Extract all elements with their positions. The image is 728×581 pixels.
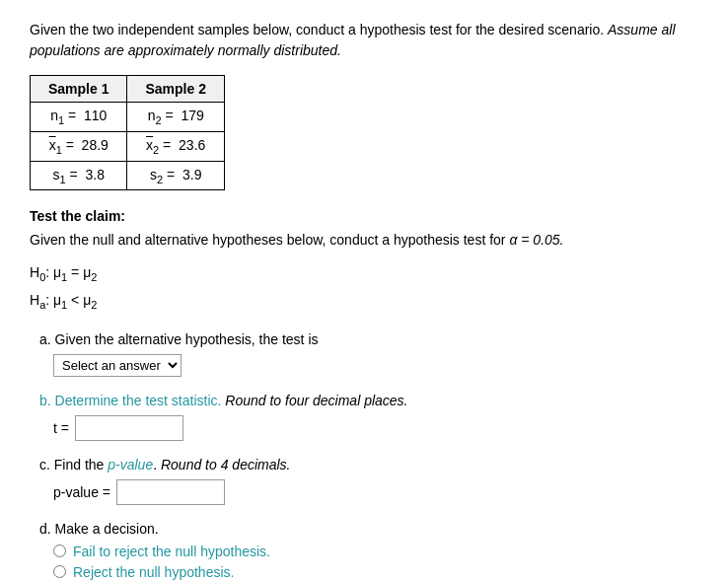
- questions-block: a. Given the alternative hypothesis, the…: [30, 329, 698, 580]
- question-c-label: c. Find the p-value. Round to 4 decimals…: [39, 455, 698, 475]
- fail-to-reject-label: Fail to reject the null hypothesis.: [73, 544, 270, 559]
- table-row: n1 = 110 n2 = 179: [31, 103, 225, 132]
- question-b: b. Determine the test statistic. Round t…: [39, 391, 698, 441]
- pvalue-input-row: p-value =: [39, 479, 698, 505]
- hypotheses-block: H0: μ1 = μ2 Ha: μ1 < μ2: [30, 260, 698, 315]
- samples-table: Sample 1 Sample 2 n1 = 110 n2 = 179 x1 =…: [30, 75, 225, 190]
- test-type-select[interactable]: Select an answer left-tailed right-taile…: [53, 354, 182, 377]
- alt-hypothesis: Ha: μ1 < μ2: [30, 288, 698, 316]
- hypothesis-intro: Given the null and alternative hypothese…: [30, 230, 698, 251]
- fail-to-reject-radio[interactable]: [53, 545, 66, 557]
- question-a: a. Given the alternative hypothesis, the…: [39, 329, 698, 377]
- col1-header: Sample 1: [31, 76, 127, 103]
- table-row: s1 = 3.8 s2 = 3.9: [31, 161, 225, 190]
- pvalue-input[interactable]: [116, 479, 225, 505]
- question-b-label: b. Determine the test statistic. Round t…: [39, 391, 698, 411]
- question-c: c. Find the p-value. Round to 4 decimals…: [39, 455, 698, 505]
- question-a-label: a. Given the alternative hypothesis, the…: [39, 329, 698, 350]
- col2-header: Sample 2: [127, 76, 224, 103]
- null-hypothesis: H0: μ1 = μ2: [30, 260, 698, 288]
- reject-label: Reject the null hypothesis.: [73, 564, 234, 580]
- radio-fail-to-reject: Fail to reject the null hypothesis.: [39, 544, 698, 559]
- question-d: d. Make a decision. Fail to reject the n…: [39, 519, 698, 580]
- table-row: x1 = 28.9 x2 = 23.6: [31, 131, 225, 161]
- t-label: t =: [53, 420, 69, 436]
- question-d-label: d. Make a decision.: [39, 519, 698, 540]
- pvalue-label: p-value =: [53, 484, 110, 500]
- reject-radio[interactable]: [53, 565, 66, 578]
- t-input-row: t =: [39, 415, 698, 441]
- intro-text: Given the two independent samples below,…: [30, 20, 698, 61]
- radio-reject: Reject the null hypothesis.: [39, 564, 698, 580]
- test-claim-title: Test the claim:: [30, 208, 698, 224]
- t-statistic-input[interactable]: [75, 415, 183, 441]
- question-a-input: Select an answer left-tailed right-taile…: [39, 354, 698, 377]
